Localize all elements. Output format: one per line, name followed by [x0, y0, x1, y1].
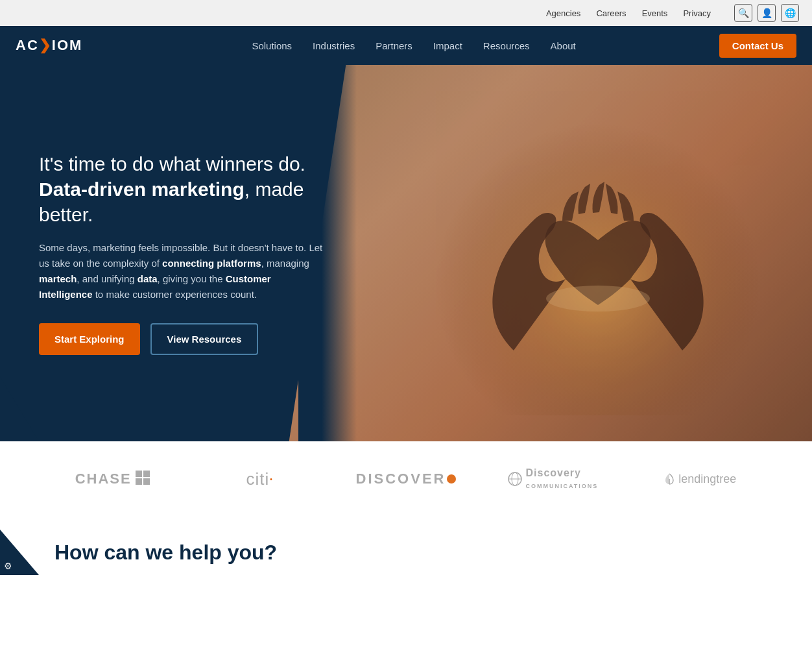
hero-buttons: Start Exploring View Resources: [39, 323, 324, 355]
nav-industries[interactable]: Industries: [313, 40, 355, 51]
nav-solutions[interactable]: Solutions: [252, 40, 292, 51]
hero-body-mid2: , and unifying: [77, 273, 134, 284]
svg-rect-2: [136, 471, 142, 477]
lendingtree-leaf-icon: [663, 472, 676, 485]
lendingtree-label: lendingtree: [678, 472, 736, 486]
logos-section: CHASE citi • DISCOVER DiscoveryCOMMUNICA…: [0, 441, 812, 517]
nav-links: Solutions Industries Partners Impact Res…: [108, 40, 719, 51]
utility-link-events[interactable]: Events: [642, 8, 668, 18]
nav-impact[interactable]: Impact: [433, 40, 462, 51]
hero-body-mid3: , giving you the: [158, 273, 223, 284]
logo-discovery: DiscoveryCOMMUNICATIONS: [479, 467, 626, 491]
hero-headline: It's time to do what winners do. Data-dr…: [39, 151, 324, 227]
gear-icon: ⚙: [4, 561, 12, 571]
hero-body-bold2: martech: [39, 273, 77, 284]
hero-body-bold3: data: [137, 273, 158, 284]
help-section: ⚙ How can we help you?: [0, 530, 812, 575]
utility-link-privacy[interactable]: Privacy: [683, 8, 711, 18]
globe-icon[interactable]: 🌐: [781, 4, 799, 22]
hero-headline-line1: It's time to do what winners do.: [39, 153, 305, 175]
hero-body-end: to make customer experiences count.: [95, 289, 257, 300]
logo-lendingtree: lendingtree: [627, 472, 773, 486]
nav-about[interactable]: About: [551, 40, 576, 51]
hero-section: It's time to do what winners do. Data-dr…: [0, 65, 812, 441]
chase-icon: [136, 471, 150, 487]
help-section-title: How can we help you?: [54, 541, 277, 565]
discovery-globe-icon: [508, 472, 522, 486]
logo-citi: citi •: [185, 469, 332, 489]
discovery-text: DiscoveryCOMMUNICATIONS: [526, 467, 599, 491]
main-nav: AC❯IOM Solutions Industries Partners Imp…: [0, 26, 812, 65]
svg-rect-3: [143, 471, 150, 477]
utility-link-careers[interactable]: Careers: [596, 8, 626, 18]
nav-partners[interactable]: Partners: [376, 40, 412, 51]
help-corner-shape: ⚙: [0, 530, 39, 575]
hero-body-mid1: , managing: [261, 258, 309, 269]
svg-rect-4: [136, 478, 142, 485]
citi-dot: •: [270, 476, 272, 483]
hero-headline-bold: Data-driven marketing: [39, 178, 245, 200]
search-icon[interactable]: 🔍: [734, 4, 752, 22]
user-icon[interactable]: 👤: [758, 4, 776, 22]
utility-icons: 🔍 👤 🌐: [734, 4, 799, 22]
utility-link-agencies[interactable]: Agencies: [546, 8, 580, 18]
hero-body-text: Some days, marketing feels impossible. B…: [39, 240, 324, 302]
hero-body-bold1: connecting platforms: [162, 258, 261, 269]
nav-resources[interactable]: Resources: [483, 40, 530, 51]
contact-us-button[interactable]: Contact Us: [719, 34, 796, 58]
hero-content: It's time to do what winners do. Data-dr…: [0, 125, 363, 381]
logo-chase: CHASE: [39, 471, 185, 487]
start-exploring-button[interactable]: Start Exploring: [39, 323, 140, 355]
svg-rect-5: [143, 478, 150, 485]
discover-circle: [447, 474, 456, 484]
site-logo[interactable]: AC❯IOM: [16, 37, 82, 54]
help-section-wrapper: ⚙ How can we help you?: [0, 517, 812, 582]
hero-corner-shape: [0, 376, 65, 441]
view-resources-button[interactable]: View Resources: [150, 323, 259, 355]
utility-bar: Agencies Careers Events Privacy 🔍 👤 🌐: [0, 0, 812, 26]
logo-discover: DISCOVER: [333, 471, 479, 487]
